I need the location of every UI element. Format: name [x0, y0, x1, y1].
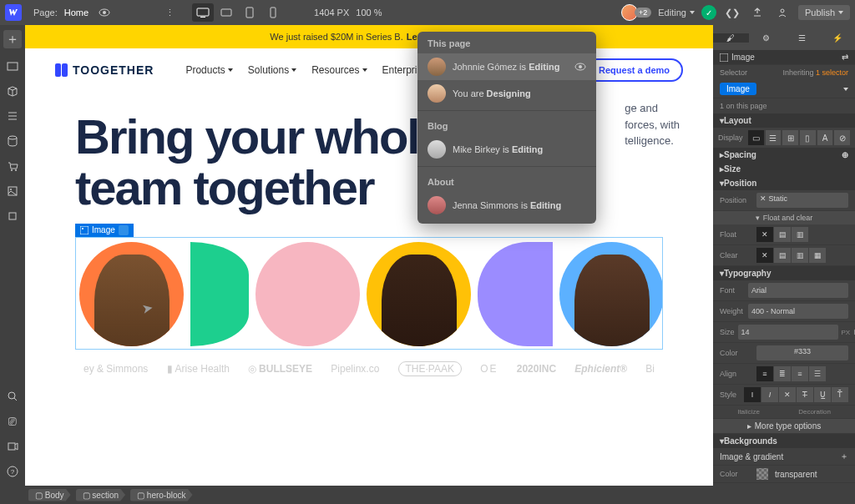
nav-products[interactable]: Products — [185, 64, 232, 76]
cms-icon[interactable] — [5, 134, 20, 149]
selection-gear-icon[interactable] — [119, 225, 129, 235]
more-type-options[interactable]: ▸ More type options — [713, 419, 855, 434]
style-tab-manager-icon[interactable]: ☰ — [784, 33, 820, 43]
device-tablet-landscape-icon[interactable] — [215, 3, 237, 22]
more-icon[interactable]: ⋮ — [160, 3, 179, 22]
nav-solutions[interactable]: Solutions — [248, 64, 296, 76]
display-block-icon[interactable]: ▭ — [748, 130, 764, 145]
pages-icon[interactable] — [5, 58, 20, 73]
float-right[interactable]: ▥ — [792, 227, 808, 242]
display-flex-icon[interactable]: ☰ — [766, 130, 782, 145]
float-clear-toggle[interactable]: ▾ Float and clear — [713, 211, 855, 224]
help-icon[interactable]: ? — [5, 464, 20, 479]
add-bg-icon[interactable]: ＋ — [840, 451, 848, 462]
page-name[interactable]: Home — [64, 8, 89, 18]
site-nav: TOOGETHER Products Solutions Resources E… — [25, 48, 713, 92]
position-header[interactable]: ▾ Position — [713, 176, 855, 190]
collaborator-panel: This page Johnnie Gómez is Editing You a… — [417, 32, 596, 224]
italic-off[interactable]: I — [744, 387, 761, 402]
svg-point-11 — [15, 169, 17, 171]
size-header[interactable]: ▸ Size — [713, 162, 855, 176]
font-select[interactable] — [748, 283, 848, 298]
box-icon[interactable] — [5, 83, 20, 98]
crumb-body[interactable]: ▢ Body — [28, 489, 71, 501]
export-icon[interactable] — [748, 3, 766, 22]
collaborators-avatars[interactable]: +2 — [621, 4, 651, 21]
display-inlineblock-icon[interactable]: ▯ — [800, 130, 816, 145]
design-canvas[interactable]: We just raised $20M in Series B. Learn m… — [25, 25, 713, 486]
style-tab-brush-icon[interactable]: 🖌 — [713, 33, 749, 43]
style-tab-gear-icon[interactable]: ⚙ — [749, 33, 785, 43]
assets-icon[interactable] — [5, 184, 20, 199]
device-tablet-icon[interactable] — [239, 3, 261, 22]
clear-right[interactable]: ▥ — [792, 248, 808, 263]
brand-logo[interactable]: TOOGETHER — [55, 63, 154, 77]
canvas-zoom[interactable]: 100 % — [356, 8, 382, 18]
collab-item[interactable]: You are Designing — [417, 80, 596, 107]
display-inline-icon[interactable]: A — [817, 130, 833, 145]
collab-item[interactable]: Mike Birkey is Editing — [417, 136, 596, 163]
audit-icon[interactable]: ⎚ — [5, 414, 20, 429]
position-select[interactable]: ✕ Static — [756, 193, 848, 208]
weight-select[interactable] — [748, 304, 848, 319]
clear-none[interactable]: ✕ — [756, 248, 773, 263]
selection-label[interactable]: Image — [75, 224, 134, 237]
size-input[interactable] — [738, 325, 838, 340]
deco-strike[interactable]: T̶ — [797, 387, 813, 402]
device-desktop-icon[interactable] — [192, 3, 214, 22]
selected-image-row[interactable] — [75, 237, 663, 350]
align-justify[interactable]: ☰ — [809, 366, 826, 381]
device-mobile-icon[interactable] — [262, 3, 284, 22]
typography-header[interactable]: ▾ Typography — [713, 266, 855, 280]
style-tab-interactions-icon[interactable]: ⚡ — [820, 33, 856, 43]
svg-point-10 — [11, 169, 13, 171]
align-left[interactable]: ≡ — [756, 366, 773, 381]
navigator-icon[interactable] — [5, 108, 20, 123]
spacing-header[interactable]: ▸ Spacing⊕ — [713, 148, 855, 162]
deco-none[interactable]: ✕ — [779, 387, 796, 402]
float-none[interactable]: ✕ — [756, 227, 773, 242]
users-icon[interactable] — [773, 3, 792, 22]
status-check-icon[interactable]: ✓ — [701, 5, 716, 20]
align-center[interactable]: ≣ — [774, 366, 791, 381]
video-icon[interactable] — [5, 439, 20, 454]
align-right[interactable]: ≡ — [792, 366, 808, 381]
float-left[interactable]: ▤ — [774, 227, 791, 242]
deco-over[interactable]: T̄ — [832, 387, 848, 402]
nav-resources[interactable]: Resources — [311, 64, 367, 76]
collab-item[interactable]: Johnnie Gómez is Editing — [417, 53, 596, 80]
clear-left[interactable]: ▤ — [774, 248, 791, 263]
display-grid-icon[interactable]: ⊞ — [782, 130, 798, 145]
layout-section-header[interactable]: ▾ Layout — [713, 113, 855, 128]
eye-icon[interactable] — [574, 61, 586, 73]
canvas-width[interactable]: 1404 PX — [314, 8, 349, 18]
add-element-icon[interactable]: ＋ — [3, 30, 22, 48]
logo-7: 2020INC — [517, 363, 556, 375]
settings2-icon[interactable] — [5, 209, 20, 224]
clear-both[interactable]: ▦ — [809, 248, 826, 263]
svg-point-15 — [8, 392, 15, 399]
ecommerce-icon[interactable] — [5, 159, 20, 174]
svg-point-20 — [82, 228, 83, 229]
crumb-section[interactable]: ▢ section — [76, 489, 125, 501]
deco-under[interactable]: U̲ — [814, 387, 831, 402]
editing-mode-dropdown[interactable]: Editing — [658, 8, 695, 18]
eye-icon[interactable] — [95, 3, 114, 22]
page-label: Page: — [33, 8, 58, 18]
svg-rect-23 — [720, 53, 728, 62]
search-icon[interactable] — [5, 389, 20, 404]
display-none-icon[interactable]: ⊘ — [834, 130, 850, 145]
collab-item[interactable]: Jenna Simmons is Editing — [417, 192, 596, 219]
demo-button[interactable]: Request a demo — [585, 58, 683, 82]
crumb-heroblock[interactable]: ▢ hero-block — [130, 489, 192, 501]
announcement-bar: We just raised $20M in Series B. Learn m… — [25, 25, 713, 48]
hero-paragraph: ge andforces, withtelligence. — [625, 100, 680, 149]
webflow-logo[interactable] — [5, 4, 22, 21]
collab-heading-blog: Blog — [417, 114, 596, 136]
publish-button[interactable]: Publish — [798, 5, 850, 20]
code-icon[interactable]: ❮❯ — [723, 3, 741, 22]
selector-chip[interactable]: Image — [720, 83, 756, 95]
color-input[interactable]: #333 — [756, 345, 848, 360]
italic-on[interactable]: I — [761, 387, 778, 402]
backgrounds-header[interactable]: ▾ Backgrounds — [713, 434, 855, 448]
